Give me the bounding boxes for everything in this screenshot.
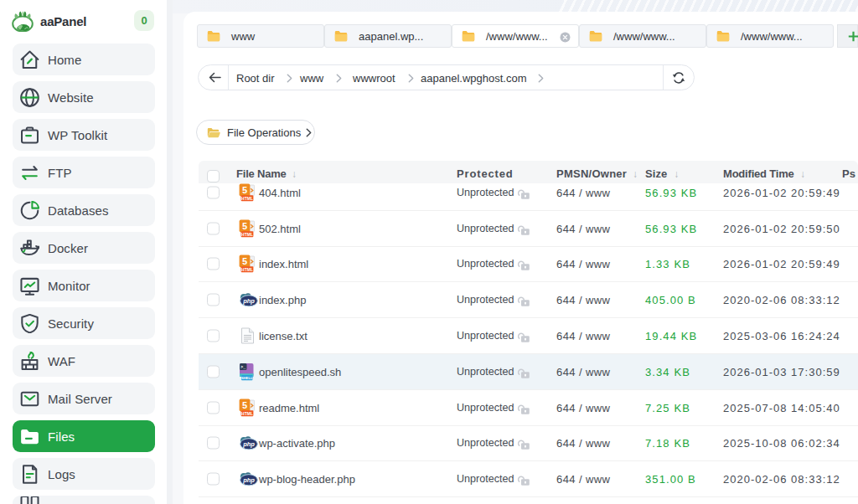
svg-text:HTML: HTML bbox=[241, 231, 253, 236]
svg-text:HTML: HTML bbox=[241, 410, 253, 415]
svg-text:HTML: HTML bbox=[241, 267, 253, 272]
svg-text:5: 5 bbox=[242, 185, 247, 195]
svg-text:>_: >_ bbox=[240, 364, 246, 369]
svg-text:5: 5 bbox=[242, 221, 247, 231]
svg-text:php: php bbox=[242, 476, 255, 484]
svg-text:5: 5 bbox=[242, 256, 247, 266]
svg-text:HTML: HTML bbox=[241, 196, 253, 201]
svg-text:5: 5 bbox=[242, 400, 247, 410]
svg-text:php: php bbox=[242, 440, 255, 448]
svg-text:php: php bbox=[242, 297, 255, 305]
svg-text:SHELL: SHELL bbox=[241, 376, 253, 380]
